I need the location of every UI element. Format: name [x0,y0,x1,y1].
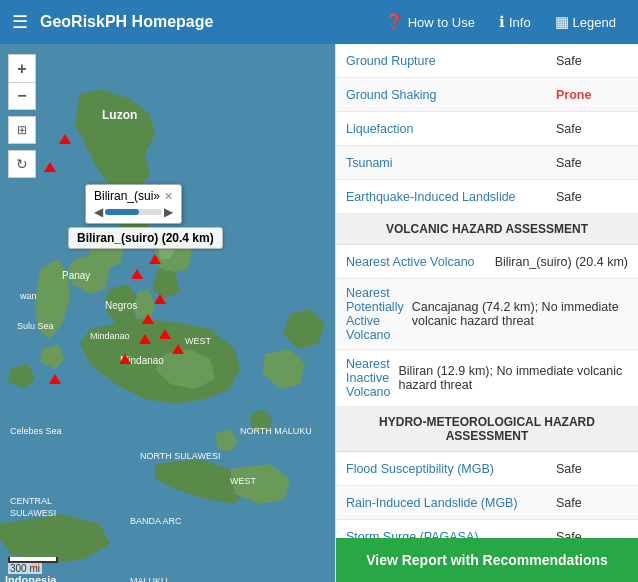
slider-fill [105,209,139,215]
hazard-label[interactable]: Nearest Inactive Volcano [346,357,390,399]
app-header: ☰ GeoRiskPH Homepage ❓ How to Use ℹ Info… [0,0,638,44]
table-row: Ground Shaking Prone [336,78,638,112]
hazard-label[interactable]: Liquefaction [346,122,548,136]
table-row: Nearest Inactive Volcano Biliran (12.9 k… [336,350,638,407]
svg-text:NORTH SULAWESI: NORTH SULAWESI [140,451,221,461]
legend-icon: ▦ [555,13,569,31]
table-row: Flood Susceptibility (MGB) Safe [336,452,638,486]
svg-text:BANDA ARC: BANDA ARC [130,516,182,526]
map-background: Luzon Panay Negros Mindanao wan Sulu Sea… [0,44,335,582]
slider-track [105,209,162,215]
hazard-label[interactable]: Nearest Potentially Active Volcano [346,286,404,342]
zoom-in-button[interactable]: + [8,54,36,82]
view-report-button[interactable]: View Report with Recommendations [336,538,638,582]
svg-text:Indonesia: Indonesia [5,574,57,582]
hazard-label[interactable]: Nearest Active Volcano [346,255,487,269]
hazard-value: Biliran_(suiro) (20.4 km) [487,255,628,269]
hazard-value: Safe [548,122,628,136]
hazard-value: Safe [548,462,628,476]
svg-text:Negros: Negros [105,300,137,311]
volcanic-section-header: VOLCANIC HAZARD ASSESSMENT [336,214,638,245]
panel-content: Ground Rupture Safe Ground Shaking Prone… [336,44,638,538]
table-row: Ground Rupture Safe [336,44,638,78]
location-label: Biliran_(suiro) (20.4 km) [68,227,223,249]
table-row: Nearest Potentially Active Volcano Canca… [336,279,638,350]
nav-info[interactable]: ℹ Info [489,9,541,35]
tooltip-slider[interactable]: ◀ ▶ [94,205,173,219]
map-tooltip: Biliran_(sui» ✕ ◀ ▶ [85,184,182,224]
main-content: Luzon Panay Negros Mindanao wan Sulu Sea… [0,44,638,582]
table-row: Storm Surge (PAGASA) Safe [336,520,638,538]
hazard-value: Safe [548,530,628,539]
hazard-value: Safe [548,190,628,204]
menu-icon[interactable]: ☰ [12,11,28,33]
zoom-out-button[interactable]: − [8,82,36,110]
hazard-value: Safe [548,54,628,68]
svg-text:Celebes Sea: Celebes Sea [10,426,62,436]
table-row: Rain-Induced Landslide (MGB) Safe [336,486,638,520]
hazard-label[interactable]: Flood Susceptibility (MGB) [346,462,548,476]
scale-text: 300 mi [8,563,42,574]
hazard-label[interactable]: Storm Surge (PAGASA) [346,530,548,539]
hazard-value: Prone [548,88,628,102]
hazard-value: Cancajanag (74.2 km); No immediate volca… [404,300,628,328]
table-row: Liquefaction Safe [336,112,638,146]
map-svg: Luzon Panay Negros Mindanao wan Sulu Sea… [0,44,335,582]
table-row: Earthquake-Induced Landslide Safe [336,180,638,214]
svg-text:Sulu Sea: Sulu Sea [17,321,54,331]
svg-text:WEST: WEST [230,476,257,486]
nav-legend[interactable]: ▦ Legend [545,9,626,35]
table-row: Nearest Active Volcano Biliran_(suiro) (… [336,245,638,279]
map-controls: + − ⊞ ↻ [8,54,36,178]
hazard-value: Safe [548,496,628,510]
slider-right-arrow[interactable]: ▶ [164,205,173,219]
tooltip-close-button[interactable]: ✕ [164,190,173,203]
hazard-label[interactable]: Ground Rupture [346,54,548,68]
map-panel[interactable]: Luzon Panay Negros Mindanao wan Sulu Sea… [0,44,335,582]
slider-left-arrow[interactable]: ◀ [94,205,103,219]
svg-text:MALUKU: MALUKU [130,576,168,582]
svg-text:CENTRAL: CENTRAL [10,496,52,506]
svg-text:Panay: Panay [62,270,90,281]
hazard-value: Safe [548,156,628,170]
hazard-label[interactable]: Tsunami [346,156,548,170]
hazard-label[interactable]: Earthquake-Induced Landslide [346,190,548,204]
svg-text:wan: wan [19,291,37,301]
nav-how-to-use-label: How to Use [408,15,475,30]
hydro-section-header: HYDRO-METEOROLOGICAL HAZARD ASSESSMENT [336,407,638,452]
svg-text:NORTH MALUKU: NORTH MALUKU [240,426,312,436]
refresh-button[interactable]: ↻ [8,150,36,178]
nav-legend-label: Legend [573,15,616,30]
table-row: Tsunami Safe [336,146,638,180]
info-icon: ℹ [499,13,505,31]
help-icon: ❓ [385,13,404,31]
hazard-label[interactable]: Rain-Induced Landslide (MGB) [346,496,548,510]
hazard-label[interactable]: Ground Shaking [346,88,548,102]
app-title: GeoRiskPH Homepage [40,13,375,31]
header-nav: ❓ How to Use ℹ Info ▦ Legend [375,9,626,35]
scale-bar: 300 mi [8,557,58,574]
nav-how-to-use[interactable]: ❓ How to Use [375,9,485,35]
svg-text:Luzon: Luzon [102,108,137,122]
tooltip-title-row: Biliran_(sui» ✕ [94,189,173,203]
svg-text:SULAWESI: SULAWESI [10,508,56,518]
tooltip-title-text: Biliran_(sui» [94,189,160,203]
layer-button[interactable]: ⊞ [8,116,36,144]
right-panel: Ground Rupture Safe Ground Shaking Prone… [335,44,638,582]
hazard-value: Biliran (12.9 km); No immediate volcanic… [390,364,628,392]
svg-text:Mindanao: Mindanao [90,331,130,341]
svg-text:WEST: WEST [185,336,212,346]
nav-info-label: Info [509,15,531,30]
